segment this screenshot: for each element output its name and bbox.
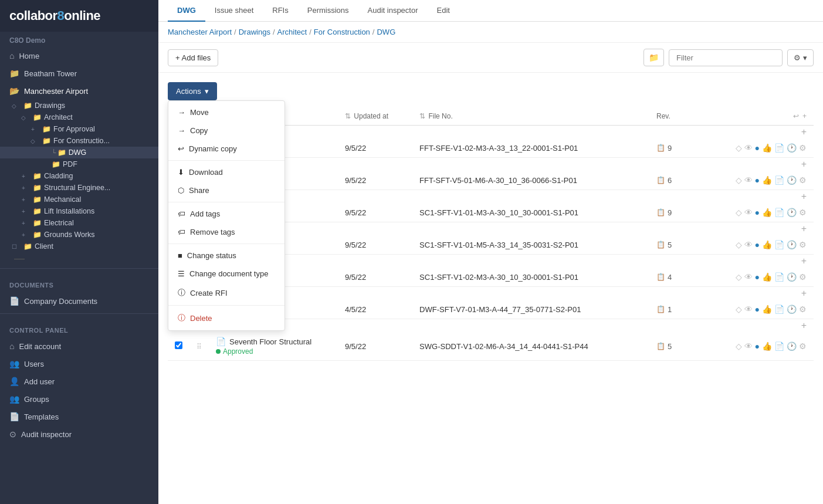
row-doc-icon-5[interactable]: 📄 bbox=[774, 305, 784, 314]
add-row-button-5[interactable]: + bbox=[696, 287, 814, 300]
tree-for-approval[interactable]: + 📁 For Approval bbox=[0, 123, 158, 135]
row-view-icon-0[interactable]: 👁 bbox=[744, 143, 753, 153]
sidebar-item-audit-inspector[interactable]: ⊙ Audit inspector bbox=[0, 425, 158, 443]
row-dot-icon-3[interactable]: ● bbox=[755, 240, 760, 249]
row-gear-icon-1[interactable]: ⚙ bbox=[799, 175, 807, 185]
add-row-button-6[interactable]: + bbox=[696, 319, 814, 333]
sidebar-item-groups[interactable]: 👥 Groups bbox=[0, 390, 158, 408]
row-dot-icon-4[interactable]: ● bbox=[755, 272, 760, 282]
tree-pdf[interactable]: 📁 PDF bbox=[0, 158, 158, 170]
tree-architect[interactable]: ◇ 📁 Architect bbox=[0, 111, 158, 123]
breadcrumb-drawings[interactable]: Drawings bbox=[239, 28, 270, 36]
row-gear-icon-6[interactable]: ⚙ bbox=[799, 341, 807, 351]
sidebar-item-add-user[interactable]: 👤 Add user bbox=[0, 373, 158, 390]
add-row-button-0[interactable]: + bbox=[696, 126, 814, 139]
tree-for-construction[interactable]: ◇ 📁 For Constructio... bbox=[0, 135, 158, 147]
drag-handle-icon-6[interactable]: ⠿ bbox=[197, 343, 202, 351]
row-clock-icon-4[interactable]: 🕐 bbox=[787, 272, 797, 282]
row-clock-icon-0[interactable]: 🕐 bbox=[787, 143, 797, 153]
dropdown-move[interactable]: → Move bbox=[168, 103, 285, 121]
actions-button[interactable]: Actions ▾ bbox=[168, 82, 217, 100]
row-dot-icon-6[interactable]: ● bbox=[755, 341, 760, 351]
row-dot-icon-2[interactable]: ● bbox=[755, 208, 760, 217]
dropdown-change-status[interactable]: ■ Change status bbox=[168, 246, 285, 265]
row-view-icon-3[interactable]: 👁 bbox=[744, 240, 753, 249]
row-checkbox-6[interactable] bbox=[175, 341, 182, 349]
tree-lift[interactable]: + 📁 Lift Installations bbox=[0, 205, 158, 217]
row-dot-icon-1[interactable]: ● bbox=[755, 175, 760, 185]
sidebar-item-templates[interactable]: 📄 Templates bbox=[0, 408, 158, 425]
row-pin-icon-1[interactable]: ◇ bbox=[736, 175, 742, 185]
tree-mechanical[interactable]: + 📁 Mechanical bbox=[0, 194, 158, 205]
sidebar-item-manchester[interactable]: 📂 Manchester Airport bbox=[0, 82, 158, 100]
row-gear-icon-5[interactable]: ⚙ bbox=[799, 305, 807, 314]
row-thumb-icon-0[interactable]: 👍 bbox=[762, 143, 772, 153]
row-pin-icon-5[interactable]: ◇ bbox=[736, 305, 742, 314]
add-row-button-4[interactable]: + bbox=[696, 255, 814, 268]
row-gear-icon-3[interactable]: ⚙ bbox=[799, 240, 807, 249]
row-view-icon-2[interactable]: 👁 bbox=[744, 208, 753, 217]
row-clock-icon-2[interactable]: 🕐 bbox=[787, 208, 797, 217]
row-gear-icon-2[interactable]: ⚙ bbox=[799, 208, 807, 217]
dropdown-download[interactable]: ⬇ Download bbox=[168, 163, 285, 181]
breadcrumb-for-construction[interactable]: For Construction bbox=[314, 28, 370, 36]
dropdown-change-doc-type[interactable]: ☰ Change document type bbox=[168, 265, 285, 283]
dropdown-remove-tags[interactable]: 🏷 Remove tags bbox=[168, 223, 285, 241]
row-thumb-icon-4[interactable]: 👍 bbox=[762, 272, 772, 282]
dropdown-delete[interactable]: ⓘ Delete bbox=[168, 308, 285, 328]
tab-edit[interactable]: Edit bbox=[428, 0, 459, 22]
row-clock-icon-1[interactable]: 🕐 bbox=[787, 175, 797, 185]
sidebar-item-home[interactable]: ⌂ Home bbox=[0, 47, 158, 65]
row-doc-icon-2[interactable]: 📄 bbox=[774, 208, 784, 217]
tree-electrical[interactable]: + 📁 Electrical bbox=[0, 217, 158, 229]
sidebar-item-edit-account[interactable]: ⌂ Edit account bbox=[0, 337, 158, 355]
sidebar-item-company-docs[interactable]: 📄 Company Documents bbox=[0, 292, 158, 310]
row-thumb-icon-6[interactable]: 👍 bbox=[762, 341, 772, 351]
row-thumb-icon-2[interactable]: 👍 bbox=[762, 208, 772, 217]
dropdown-dynamic-copy[interactable]: ↩ Dynamic copy bbox=[168, 140, 285, 158]
tab-permissions[interactable]: Permissions bbox=[298, 0, 358, 22]
row-clock-icon-5[interactable]: 🕐 bbox=[787, 305, 797, 314]
tab-audit-inspector[interactable]: Audit inspector bbox=[358, 0, 428, 22]
tree-cladding[interactable]: + 📁 Cladding bbox=[0, 170, 158, 182]
breadcrumb-dwg[interactable]: DWG bbox=[377, 28, 395, 36]
tree-dwg[interactable]: └ 📁 DWG bbox=[0, 147, 158, 158]
add-files-button[interactable]: + Add files bbox=[168, 49, 218, 66]
row-doc-icon-1[interactable]: 📄 bbox=[774, 175, 784, 185]
row-clock-icon-6[interactable]: 🕐 bbox=[787, 341, 797, 351]
row-thumb-icon-3[interactable]: 👍 bbox=[762, 240, 772, 249]
row-dot-icon-0[interactable]: ● bbox=[755, 143, 760, 153]
sidebar-item-beatham[interactable]: 📁 Beatham Tower bbox=[0, 65, 158, 82]
row-gear-icon-0[interactable]: ⚙ bbox=[799, 143, 807, 153]
dropdown-create-rfi[interactable]: ⓘ Create RFI bbox=[168, 283, 285, 303]
settings-button[interactable]: ⚙ ▾ bbox=[787, 49, 814, 66]
tab-issue-sheet[interactable]: Issue sheet bbox=[205, 0, 263, 22]
tree-drawings[interactable]: ◇ 📁 Drawings bbox=[0, 100, 158, 111]
dropdown-add-tags[interactable]: 🏷 Add tags bbox=[168, 205, 285, 223]
row-doc-icon-0[interactable]: 📄 bbox=[774, 143, 784, 153]
row-pin-icon-4[interactable]: ◇ bbox=[736, 272, 742, 282]
row-gear-icon-4[interactable]: ⚙ bbox=[799, 272, 807, 282]
row-doc-icon-6[interactable]: 📄 bbox=[774, 341, 784, 351]
add-row-button-1[interactable]: + bbox=[696, 158, 814, 171]
dropdown-share[interactable]: ⬡ Share bbox=[168, 181, 285, 199]
row-view-icon-5[interactable]: 👁 bbox=[744, 305, 753, 314]
row-view-icon-4[interactable]: 👁 bbox=[744, 272, 753, 282]
row-thumb-icon-1[interactable]: 👍 bbox=[762, 175, 772, 185]
row-pin-icon-6[interactable]: ◇ bbox=[736, 341, 742, 351]
row-view-icon-6[interactable]: 👁 bbox=[744, 341, 753, 351]
tree-client[interactable]: ☐ 📁 Client bbox=[0, 241, 158, 252]
tree-grounds[interactable]: + 📁 Grounds Works bbox=[0, 229, 158, 241]
row-pin-icon-3[interactable]: ◇ bbox=[736, 240, 742, 249]
row-pin-icon-2[interactable]: ◇ bbox=[736, 208, 742, 217]
sidebar-item-users[interactable]: 👥 Users bbox=[0, 355, 158, 373]
row-doc-icon-3[interactable]: 📄 bbox=[774, 240, 784, 249]
row-clock-icon-3[interactable]: 🕐 bbox=[787, 240, 797, 249]
row-pin-icon-0[interactable]: ◇ bbox=[736, 143, 742, 153]
filter-input[interactable] bbox=[669, 49, 783, 66]
breadcrumb-architect[interactable]: Architect bbox=[277, 28, 307, 36]
dropdown-copy[interactable]: → Copy bbox=[168, 121, 285, 140]
row-doc-icon-4[interactable]: 📄 bbox=[774, 272, 784, 282]
add-row-button-2[interactable]: + bbox=[696, 190, 814, 204]
tab-dwg[interactable]: DWG bbox=[168, 0, 205, 22]
